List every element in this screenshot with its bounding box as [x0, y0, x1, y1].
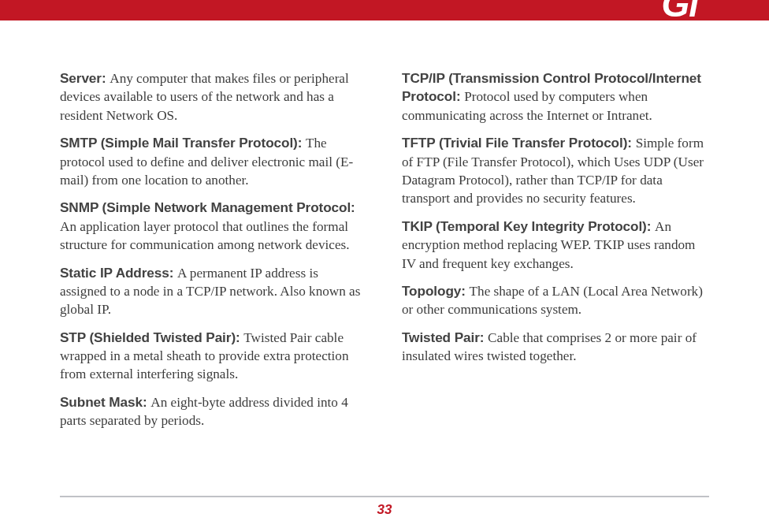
left-column: Server: Any computer that makes files or…	[60, 69, 367, 440]
footer-rule	[60, 496, 709, 497]
header-band: Gl	[0, 0, 769, 20]
glossary-entry: Twisted Pair: Cable that comprises 2 or …	[402, 329, 709, 366]
glossary-term: TFTP (Trivial File Transfer Protocol):	[402, 135, 636, 151]
glossary-entry: STP (Shielded Twisted Pair): Twisted Pai…	[60, 329, 367, 384]
glossary-term: Twisted Pair:	[402, 329, 488, 345]
glossary-entry: TKIP (Temporal Key Integrity Protocol): …	[402, 218, 709, 273]
glossary-entry: SMTP (Simple Mail Transfer Protocol): Th…	[60, 134, 367, 189]
glossary-term: TKIP (Temporal Key Integrity Protocol):	[402, 218, 655, 234]
glossary-term: Static IP Address:	[60, 265, 177, 281]
page-body: Server: Any computer that makes files or…	[0, 20, 769, 440]
glossary-term: STP (Shielded Twisted Pair):	[60, 329, 243, 345]
glossary-entry: Static IP Address: A permanent IP addres…	[60, 264, 367, 319]
glossary-entry: Subnet Mask: An eight-byte address divid…	[60, 393, 367, 430]
glossary-term: SMTP (Simple Mail Transfer Protocol):	[60, 135, 306, 151]
glossary-term: SNMP (Simple Network Management Protocol…	[60, 199, 355, 215]
header-corner-text: Gl	[661, 0, 698, 25]
glossary-term: Subnet Mask:	[60, 394, 150, 410]
glossary-entry: Server: Any computer that makes files or…	[60, 69, 367, 125]
glossary-entry: SNMP (Simple Network Management Protocol…	[60, 199, 367, 254]
glossary-entry: Topology: The shape of a LAN (Local Area…	[402, 282, 709, 319]
glossary-entry: TFTP (Trivial File Transfer Protocol): S…	[402, 134, 709, 208]
glossary-term: Server:	[60, 70, 110, 86]
page-number: 33	[377, 502, 392, 517]
footer: 33	[60, 496, 709, 518]
glossary-definition: An application layer protocol that outli…	[60, 219, 350, 252]
glossary-term: Topology:	[402, 283, 470, 299]
glossary-entry: TCP/IP (Transmission Control Protocol/In…	[402, 69, 709, 125]
right-column: TCP/IP (Transmission Control Protocol/In…	[402, 69, 709, 440]
